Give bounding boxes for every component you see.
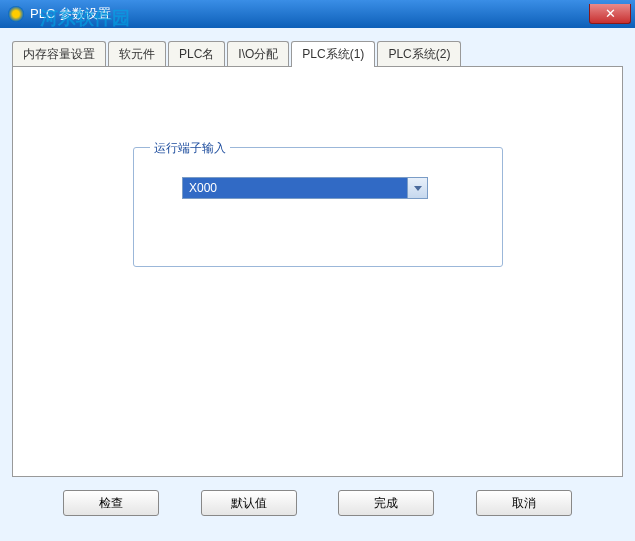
app-icon <box>8 6 24 22</box>
tab-strip: 内存容量设置 软元件 PLC名 I\O分配 PLC系统(1) PLC系统(2) <box>12 40 623 66</box>
tab-memory-capacity[interactable]: 内存容量设置 <box>12 41 106 67</box>
titlebar-left: PLC 参数设置 <box>8 5 111 23</box>
default-button[interactable]: 默认值 <box>201 490 297 516</box>
cancel-button[interactable]: 取消 <box>476 490 572 516</box>
tab-io-assign[interactable]: I\O分配 <box>227 41 289 67</box>
window-title: PLC 参数设置 <box>30 5 111 23</box>
check-button[interactable]: 检查 <box>63 490 159 516</box>
run-terminal-combo[interactable]: X000 <box>182 177 428 199</box>
titlebar: PLC 参数设置 ✕ <box>0 0 635 28</box>
dialog-window: PLC 参数设置 ✕ 河东软件园 内存容量设置 软元件 PLC名 I\O分配 P… <box>0 0 635 541</box>
run-terminal-group: 运行端子输入 X000 <box>133 147 503 267</box>
combo-dropdown-button[interactable] <box>407 178 427 198</box>
close-button[interactable]: ✕ <box>589 4 631 24</box>
tab-plc-name[interactable]: PLC名 <box>168 41 225 67</box>
combo-selected-value: X000 <box>183 178 407 198</box>
button-bar: 检查 默认值 完成 取消 <box>12 477 623 529</box>
tab-device[interactable]: 软元件 <box>108 41 166 67</box>
tab-plc-system-2[interactable]: PLC系统(2) <box>377 41 461 67</box>
group-label: 运行端子输入 <box>150 140 230 157</box>
tab-plc-system-1[interactable]: PLC系统(1) <box>291 41 375 67</box>
combo-wrap: X000 <box>182 177 486 199</box>
finish-button[interactable]: 完成 <box>338 490 434 516</box>
close-icon: ✕ <box>605 6 616 21</box>
tab-panel: 运行端子输入 X000 <box>12 66 623 477</box>
chevron-down-icon <box>414 186 422 191</box>
content-area: 内存容量设置 软元件 PLC名 I\O分配 PLC系统(1) PLC系统(2) … <box>0 28 635 541</box>
